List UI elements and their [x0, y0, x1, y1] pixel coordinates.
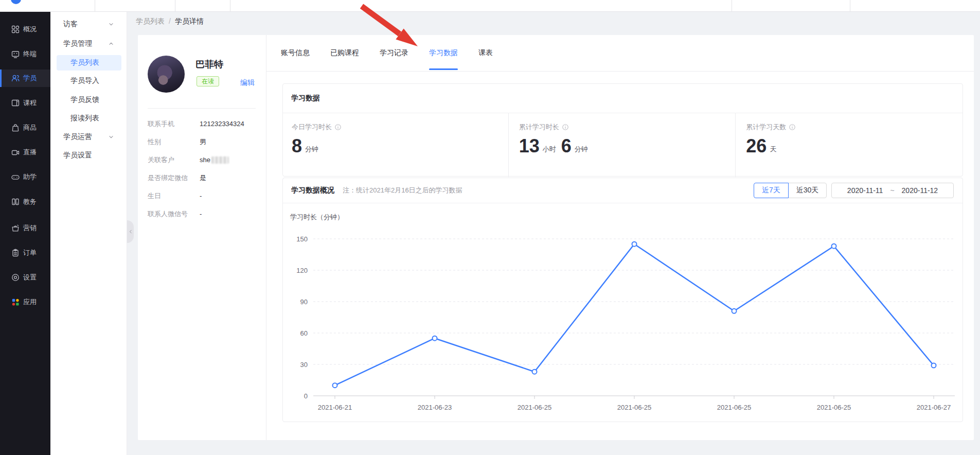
- app-sidebar: 概况 终端 学员 课程 商品 直播 助学 教务 营销 订单 设置 应用: [0, 11, 50, 455]
- sidebar-item-marketing[interactable]: 营销: [0, 219, 50, 237]
- breadcrumb: 学员列表/学员详情: [136, 17, 204, 26]
- tab-bar: 账号信息 已购课程 学习记录 学习数据 课表: [266, 35, 974, 72]
- breadcrumb-parent[interactable]: 学员列表: [136, 17, 165, 25]
- sidebar-item-academic[interactable]: 教务: [0, 193, 50, 211]
- sidebar-item-live[interactable]: 直播: [0, 144, 50, 161]
- tab-study-records[interactable]: 学习记录: [380, 35, 408, 71]
- chart-y-axis-title: 学习时长（分钟）: [290, 213, 344, 222]
- submenu-label: 学员导入: [70, 76, 99, 85]
- card-title: 学习数据: [291, 94, 320, 103]
- chevron-left-icon: [128, 229, 133, 234]
- sidebar-collapse-handle[interactable]: [127, 220, 134, 243]
- stat-unit: 分钟: [575, 145, 588, 154]
- sidebar-item-orders[interactable]: 订单: [0, 244, 50, 261]
- svg-text:0: 0: [304, 392, 308, 400]
- submenu-label: 学员反馈: [70, 95, 99, 104]
- date-start[interactable]: 2020-11-11: [847, 186, 883, 195]
- redacted-blur: [211, 156, 229, 164]
- stat-number: 8: [292, 136, 302, 156]
- sidebar-item-label: 教务: [23, 197, 37, 206]
- sidebar-item-overview[interactable]: 概况: [0, 21, 50, 38]
- sidebar-item-assist[interactable]: 助学: [0, 168, 50, 186]
- stat-label-text: 累计学习天数: [746, 122, 786, 132]
- field-wechat-bound: 是否绑定微信是: [148, 174, 258, 182]
- chevron-up-icon: [108, 40, 115, 47]
- field-label: 生日: [148, 192, 200, 200]
- chevron-down-icon: [108, 133, 115, 141]
- topbar-divider: [732, 0, 732, 11]
- stat-label: 累计学习天数: [746, 122, 963, 132]
- tab-purchased-courses[interactable]: 已购课程: [330, 35, 359, 71]
- svg-text:90: 90: [300, 298, 308, 306]
- sidebar-item-students[interactable]: 学员: [0, 69, 50, 87]
- info-icon[interactable]: [334, 124, 342, 131]
- edit-button[interactable]: 编辑: [240, 78, 255, 87]
- svg-text:2021-06-25: 2021-06-25: [617, 404, 652, 411]
- field-value: 男: [200, 138, 206, 146]
- live-camera-icon: [11, 148, 20, 156]
- stat-unit: 分钟: [305, 145, 318, 154]
- date-range-picker[interactable]: 2020-11-11 ~ 2020-11-12: [831, 183, 954, 198]
- submenu-item-student-import[interactable]: 学员导入: [50, 72, 127, 90]
- field-label: 是否绑定微信: [148, 174, 200, 182]
- field-linked-customer: 关联客户she: [148, 156, 258, 164]
- sidebar-item-label: 商品: [23, 123, 37, 132]
- student-detail-card: 巴菲特 在读 编辑 联系手机121232334324 性别男 关联客户she 是…: [138, 35, 974, 440]
- sidebar-item-apps[interactable]: 应用: [0, 293, 50, 311]
- sidebar-item-products[interactable]: 商品: [0, 119, 50, 136]
- submenu-item-visitors[interactable]: 访客: [50, 15, 127, 33]
- students-icon: [11, 74, 20, 82]
- stat-total-days: 累计学习天数 26天: [735, 113, 963, 177]
- chevron-down-icon: [108, 21, 115, 28]
- submenu-item-student-management[interactable]: 学员管理: [50, 35, 127, 52]
- submenu-label: 报读列表: [70, 114, 99, 123]
- card-header: 学习数据: [283, 84, 963, 113]
- submenu-item-student-list[interactable]: 学员列表: [57, 55, 121, 71]
- books-icon: [11, 198, 20, 206]
- stat-number: 26: [746, 136, 767, 156]
- student-name: 巴菲特: [195, 58, 223, 71]
- stat-today-duration: 今日学习时长 8分钟: [283, 113, 508, 177]
- stat-value: 13小时6分钟: [519, 136, 736, 156]
- submenu-label: 学员列表: [70, 58, 99, 67]
- topbar-divider: [95, 0, 95, 11]
- card-note: 注：统计2021年2月16日之后的学习数据: [343, 186, 462, 195]
- submenu-label: 学员设置: [63, 151, 92, 160]
- tab-timetable[interactable]: 课表: [478, 35, 493, 71]
- range-button-group: 近7天 近30天: [754, 183, 827, 198]
- sidebar-item-label: 课程: [23, 98, 37, 108]
- sidebar-item-terminal[interactable]: 终端: [0, 45, 50, 63]
- gamepad-icon: [11, 173, 20, 181]
- sidebar-item-label: 应用: [23, 297, 37, 307]
- svg-text:2021-06-21: 2021-06-21: [318, 404, 352, 411]
- submenu-item-enrollment-list[interactable]: 报读列表: [50, 110, 127, 127]
- submenu-item-student-settings[interactable]: 学员设置: [50, 147, 127, 164]
- field-contact-wechat: 联系人微信号-: [148, 210, 258, 218]
- study-overview-card: 学习数据概况 注：统计2021年2月16日之后的学习数据 近7天 近30天 20…: [282, 178, 963, 422]
- sidebar-item-label: 概况: [23, 25, 37, 34]
- card-title: 学习数据概况: [291, 186, 334, 195]
- range-30days-button[interactable]: 近30天: [788, 183, 827, 198]
- sidebar-item-settings[interactable]: 设置: [0, 269, 50, 286]
- submenu-label: 访客: [63, 20, 78, 29]
- info-icon[interactable]: [562, 124, 569, 131]
- sidebar-item-label: 终端: [23, 49, 37, 59]
- profile-panel: 巴菲特 在读 编辑 联系手机121232334324 性别男 关联客户she 是…: [138, 35, 266, 440]
- range-7days-button[interactable]: 近7天: [754, 183, 789, 198]
- info-icon[interactable]: [789, 124, 796, 131]
- order-clipboard-icon: [11, 249, 20, 257]
- divider: [148, 108, 256, 109]
- tab-account-info[interactable]: 账号信息: [281, 35, 310, 71]
- submenu-item-student-feedback[interactable]: 学员反馈: [50, 91, 127, 109]
- topbar: [0, 0, 980, 12]
- marketing-bag-icon: [11, 224, 20, 232]
- field-value: -: [200, 192, 202, 200]
- date-end[interactable]: 2020-11-12: [902, 186, 938, 195]
- submenu-item-student-operation[interactable]: 学员运营: [50, 128, 127, 146]
- field-value-text: she: [200, 156, 210, 164]
- svg-text:2021-06-25: 2021-06-25: [717, 404, 752, 411]
- sidebar-item-label: 订单: [23, 248, 37, 257]
- tab-study-data[interactable]: 学习数据: [429, 35, 458, 71]
- sidebar-item-courses[interactable]: 课程: [0, 94, 50, 112]
- breadcrumb-current: 学员详情: [175, 17, 204, 25]
